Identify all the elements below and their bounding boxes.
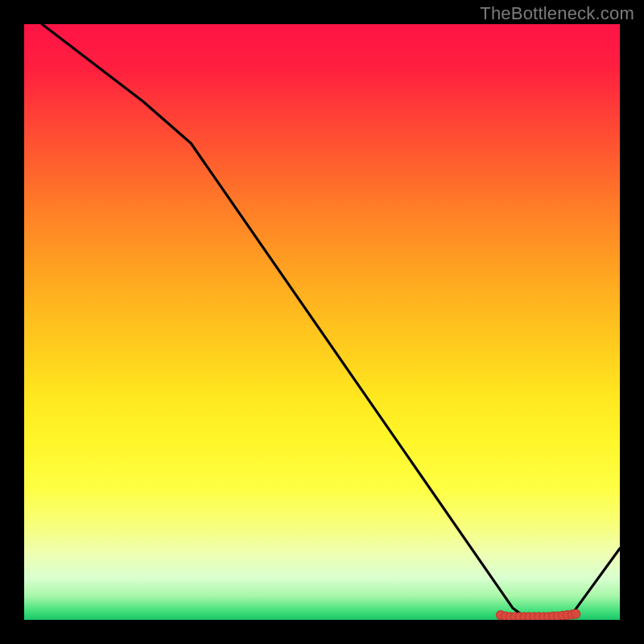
attribution-text: TheBottleneck.com — [480, 3, 634, 24]
chart-plot-area — [24, 24, 620, 620]
chart-marker — [572, 609, 580, 618]
chart-markers — [497, 609, 580, 620]
chart-svg-overlay — [24, 24, 620, 620]
chart-line-series — [42, 24, 620, 617]
